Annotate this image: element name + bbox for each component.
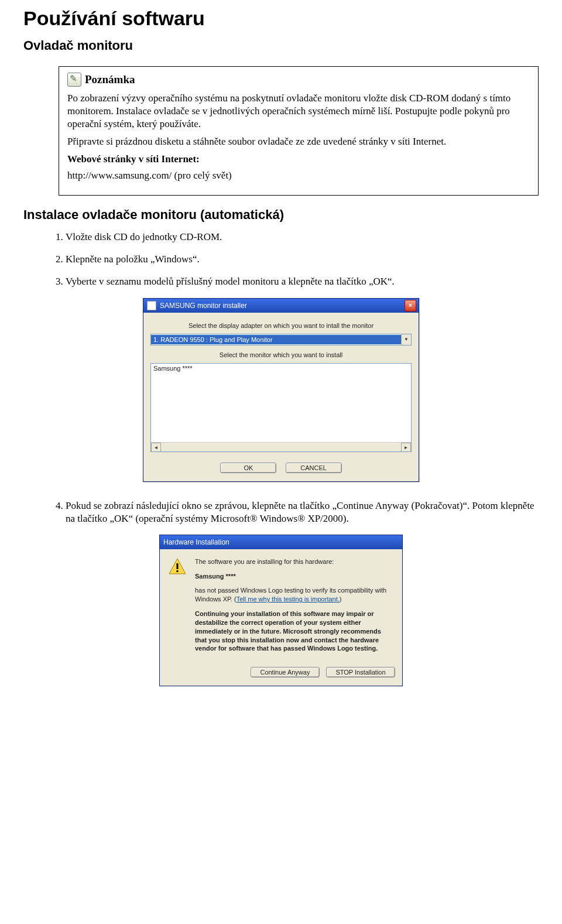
scroll-right-icon[interactable]: ► <box>401 443 411 452</box>
continue-anyway-button[interactable]: Continue Anyway <box>251 667 320 677</box>
hw-line2: has not passed Windows Logo testing to v… <box>195 586 394 604</box>
horizontal-scrollbar[interactable]: ◄ ► <box>151 442 411 451</box>
svg-rect-1 <box>177 563 179 569</box>
hw-body: The software you are installing for this… <box>160 549 402 662</box>
hw-title-left: Hardware Installation <box>163 538 229 546</box>
monitor-listbox[interactable]: Samsung **** ◄ ► <box>150 363 412 452</box>
ok-button[interactable]: OK <box>220 463 276 473</box>
adapter-selected: 1. RADEON 9550 : Plug and Play Monitor <box>151 335 401 344</box>
note-paragraph-2: Připravte si prázdnou disketu a stáhněte… <box>67 135 530 148</box>
hw-titlebar: Hardware Installation <box>160 535 402 549</box>
hw-link[interactable]: Tell me why this testing is important. <box>237 596 340 603</box>
steps-list: Vložte disk CD do jednotky CD-ROM. Klepn… <box>50 231 539 288</box>
hw-model: Samsung **** <box>195 572 394 581</box>
section-heading: Ovladač monitoru <box>23 38 539 53</box>
installer-line2: Select the monitor which you want to ins… <box>150 351 412 358</box>
adapter-combobox[interactable]: 1. RADEON 9550 : Plug and Play Monitor ▼ <box>150 334 412 345</box>
note-url: http://www.samsung.com/ (pro celý svět) <box>67 169 530 182</box>
step-2: Klepněte na položku „Windows“. <box>66 253 539 266</box>
close-icon[interactable]: × <box>405 300 416 312</box>
list-item[interactable]: Samsung **** <box>151 364 411 373</box>
step-1: Vložte disk CD do jednotky CD-ROM. <box>66 231 539 244</box>
warning-icon <box>168 557 187 576</box>
hw-button-row: Continue Anyway STOP Installation <box>160 661 402 686</box>
note-paragraph-1: Po zobrazení výzvy operačního systému na… <box>67 92 530 131</box>
hw-line1: The software you are installing for this… <box>195 557 394 566</box>
installer-line1: Select the display adapter on which you … <box>150 322 412 329</box>
installer-title-icon <box>147 301 156 310</box>
steps-list-continued: Pokud se zobrazí následující okno se zpr… <box>50 499 539 525</box>
hw-warning-text: Continuing your installation of this sof… <box>195 610 394 653</box>
note-icon <box>67 73 81 87</box>
note-header: Poznámka <box>67 73 530 87</box>
step-3: Vyberte v seznamu modelů příslušný model… <box>66 275 539 288</box>
svg-rect-2 <box>177 570 179 572</box>
page-title: Používání softwaru <box>23 7 539 30</box>
hw-dialog-wrap: Hardware Installation The software you a… <box>23 535 539 687</box>
installer-title-text: SAMSUNG monitor installer <box>160 302 247 310</box>
note-web-label: Webové stránky v síti Internet: <box>67 153 530 166</box>
scroll-left-icon[interactable]: ◄ <box>151 443 161 452</box>
note-box: Poznámka Po zobrazení výzvy operačního s… <box>59 66 539 196</box>
step-4: Pokud se zobrazí následující okno se zpr… <box>66 499 539 525</box>
hw-line2b: ) <box>340 596 342 603</box>
hardware-install-window: Hardware Installation The software you a… <box>159 535 403 687</box>
install-heading: Instalace ovladače monitoru (automatická… <box>23 207 539 223</box>
hw-text: The software you are installing for this… <box>195 557 394 659</box>
note-label: Poznámka <box>85 73 135 87</box>
hw-title-text: Hardware Installation <box>163 538 229 546</box>
installer-title-left: SAMSUNG monitor installer <box>147 301 247 310</box>
cancel-button[interactable]: CANCEL <box>286 463 342 473</box>
installer-dialog-wrap: SAMSUNG monitor installer × Select the d… <box>23 298 539 482</box>
installer-window: SAMSUNG monitor installer × Select the d… <box>143 298 419 482</box>
installer-titlebar: SAMSUNG monitor installer × <box>143 299 419 313</box>
installer-button-row: OK CANCEL <box>150 463 412 473</box>
chevron-down-icon[interactable]: ▼ <box>401 334 411 345</box>
document-page: Používání softwaru Ovladač monitoru Pozn… <box>0 0 562 727</box>
stop-installation-button[interactable]: STOP Installation <box>326 667 395 677</box>
installer-body: Select the display adapter on which you … <box>143 313 419 481</box>
